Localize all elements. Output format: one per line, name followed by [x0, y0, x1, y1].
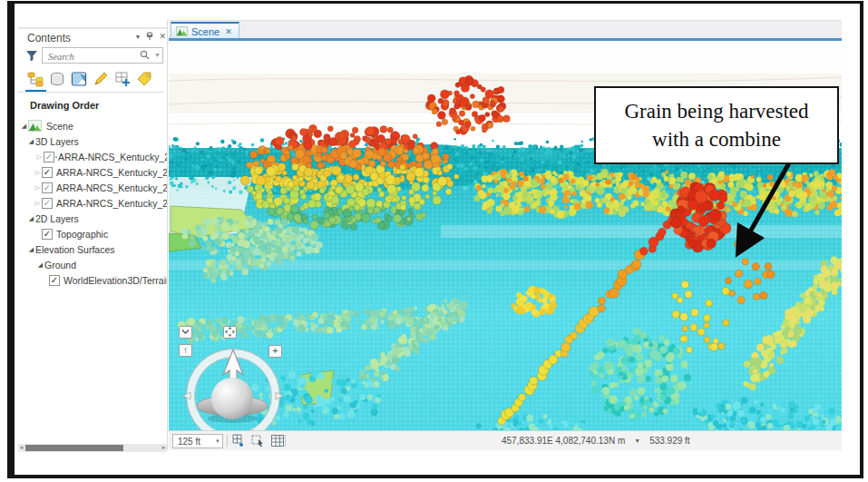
scene-tab-icon — [176, 26, 188, 36]
panel-divider[interactable] — [167, 20, 168, 450]
tree-group-ground[interactable]: ◢ Ground — [18, 257, 168, 272]
scrollbar-thumb[interactable] — [25, 445, 123, 451]
search-box[interactable]: ▼ — [42, 47, 163, 64]
expander-icon[interactable]: ◢ — [27, 138, 35, 145]
panel-horizontal-scrollbar[interactable]: ◄ ► — [18, 444, 167, 452]
divider — [227, 435, 228, 447]
expander-icon[interactable]: ▷ — [34, 200, 42, 207]
layer-label: Topographic — [56, 229, 108, 240]
drawing-order-heading: Drawing Order — [30, 100, 99, 111]
navigator-sphere[interactable] — [211, 378, 253, 419]
list-by-drawing-order-icon[interactable] — [25, 69, 44, 88]
layer-checkbox[interactable]: ✓ — [42, 229, 53, 240]
pan-mode-button[interactable] — [223, 326, 237, 339]
tree-group-elevation-surfaces[interactable]: ◢ Elevation Surfaces — [18, 241, 168, 257]
layer-row-arra-2[interactable]: ▷ ✓ ARRA-NRCS_Kentucky_2010_000 — [18, 164, 168, 180]
layers-tree: ◢ Scene ◢ 3D Layers ▷ ✓ ARRA-NRCS_Kentuc… — [18, 118, 168, 288]
expander-icon[interactable]: ◢ — [20, 123, 28, 130]
expander-icon[interactable]: ▷ — [34, 184, 42, 192]
scene-view: Scene ✕ — [169, 20, 842, 450]
selected-row-highlight — [55, 156, 57, 158]
tab-close-icon[interactable]: ✕ — [225, 27, 232, 36]
tree-group-label: Elevation Surfaces — [35, 244, 115, 255]
contents-panel: Contents ▼ ✕ ▼ — [18, 27, 168, 454]
list-by-editing-icon[interactable] — [91, 69, 110, 88]
attribute-table-icon[interactable] — [271, 435, 284, 447]
screenshot: Contents ▼ ✕ ▼ — [0, 0, 868, 482]
layer-row-world-elevation[interactable]: ✓ WorldElevation3D/Terrain3D — [18, 272, 168, 288]
layer-checkbox[interactable]: ✓ — [42, 198, 53, 209]
list-by-labeling-icon[interactable] — [134, 69, 153, 88]
search-dropdown-icon[interactable]: ▼ — [154, 52, 161, 58]
annotation-line2: with a combine — [652, 125, 781, 153]
list-by-selection-icon[interactable] — [69, 69, 88, 88]
scene-status-bar: 125 ft ▼ 457,833.91E 4 — [169, 430, 842, 450]
annotation-callout: Grain being harvested with a combine — [594, 86, 839, 164]
layer-label: ARRA-NRCS_Kentucky_2010_000 — [56, 182, 168, 193]
scroll-left-icon[interactable]: ◄ — [18, 444, 24, 452]
scene-navigator: ↑ + ↓ − — [172, 320, 295, 430]
panel-menu-dropdown-icon[interactable]: ▼ — [135, 34, 141, 40]
list-by-snapping-icon[interactable] — [112, 69, 132, 88]
layer-label: ARRA-NRCS_Kentucky_2010_000 — [58, 152, 168, 162]
contents-panel-title: Contents — [27, 32, 71, 44]
tab-label: Scene — [191, 26, 219, 37]
layer-checkbox[interactable]: ✓ — [42, 167, 53, 178]
look-up-button[interactable]: ↑ — [179, 344, 192, 357]
expander-icon[interactable]: ◢ — [36, 261, 44, 269]
map-scale-value: 125 ft — [178, 437, 200, 447]
view-tab-strip: Scene ✕ — [169, 20, 842, 39]
divider — [18, 92, 163, 93]
tree-group-3d-layers[interactable]: ◢ 3D Layers — [18, 133, 168, 149]
select-tool-icon[interactable] — [251, 434, 265, 447]
contents-toolbar — [25, 69, 153, 88]
layer-label: ARRA-NRCS_Kentucky_2010_000 — [56, 198, 168, 209]
list-by-data-source-icon[interactable] — [47, 69, 66, 88]
cursor-coordinates: 457,833.91E 4,082,740.13N m — [502, 436, 625, 446]
add-bookmark-icon[interactable] — [232, 434, 245, 447]
tree-node-scene[interactable]: ◢ Scene — [18, 118, 168, 133]
filter-funnel-icon[interactable] — [25, 49, 38, 62]
scene-icon — [28, 120, 42, 132]
layer-label: WorldElevation3D/Terrain3D — [63, 275, 168, 286]
annotation-line1: Grain being harvested — [624, 97, 808, 125]
expander-icon[interactable]: ▷ — [34, 169, 42, 176]
expander-icon[interactable]: ◢ — [27, 246, 35, 253]
tree-group-2d-layers[interactable]: ◢ 2D Layers — [18, 211, 168, 226]
search-input[interactable] — [46, 49, 137, 64]
layer-row-arra-1[interactable]: ▷ ✓ ARRA-NRCS_Kentucky_2010_000 — [18, 149, 168, 164]
cursor-elevation: 533.929 ft — [649, 436, 689, 446]
scale-dropdown-icon[interactable]: ▼ — [215, 438, 220, 444]
divider — [285, 435, 286, 447]
tree-group-label: 3D Layers — [35, 136, 79, 147]
pin-icon[interactable] — [146, 32, 153, 41]
tab-scene[interactable]: Scene ✕ — [171, 22, 239, 39]
layer-checkbox[interactable]: ✓ — [44, 152, 54, 162]
tree-group-label: 2D Layers — [35, 213, 79, 224]
navigator-collapse-button[interactable] — [179, 326, 192, 339]
zoom-in-button[interactable]: + — [268, 345, 282, 358]
close-panel-icon[interactable]: ✕ — [159, 32, 166, 41]
3d-scene-viewport[interactable]: Grain being harvested with a combine — [169, 41, 842, 430]
tree-node-label: Scene — [46, 121, 73, 132]
layer-checkbox[interactable]: ✓ — [49, 275, 60, 286]
tree-group-label: Ground — [44, 260, 76, 271]
expander-icon[interactable]: ▷ — [35, 153, 44, 161]
layer-row-arra-4[interactable]: ▷ ✓ ARRA-NRCS_Kentucky_2010_000 — [18, 195, 168, 211]
map-scale-combobox[interactable]: 125 ft ▼ — [172, 434, 223, 448]
layer-row-topographic[interactable]: ✓ Topographic — [18, 226, 168, 241]
search-icon — [140, 50, 150, 60]
layer-row-arra-3[interactable]: ▷ ✓ ARRA-NRCS_Kentucky_2010_000 — [18, 180, 168, 195]
layer-checkbox[interactable]: ✓ — [42, 182, 53, 193]
contents-panel-header: Contents ▼ ✕ — [18, 27, 168, 45]
scroll-right-icon[interactable]: ► — [161, 444, 167, 452]
coordinates-dropdown-icon[interactable]: ▼ — [634, 438, 640, 444]
layer-label: ARRA-NRCS_Kentucky_2010_000 — [56, 167, 168, 178]
expander-icon[interactable]: ◢ — [27, 215, 35, 222]
